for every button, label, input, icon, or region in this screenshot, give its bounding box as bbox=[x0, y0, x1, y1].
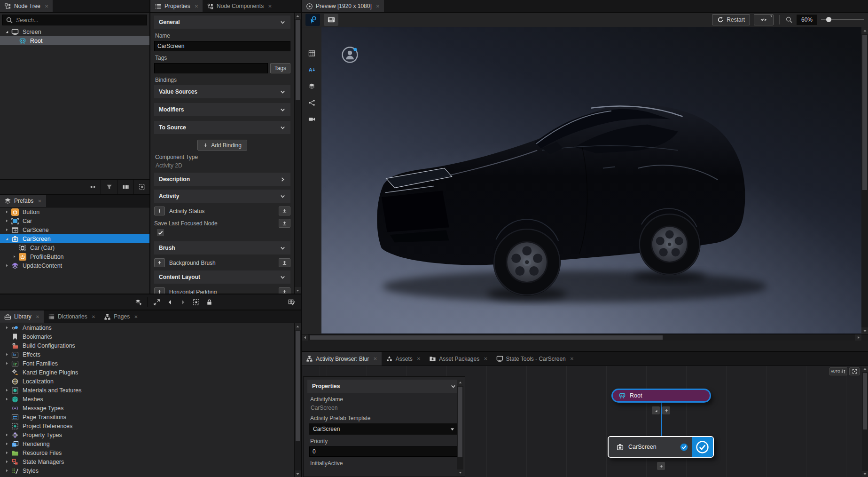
close-icon[interactable]: ✕ bbox=[36, 314, 39, 319]
node-tree-tab-node-tree[interactable]: Node Tree✕ bbox=[0, 0, 53, 12]
scroll-up-icon[interactable] bbox=[457, 379, 464, 387]
search-input[interactable] bbox=[16, 17, 144, 24]
zoom-level[interactable]: 60% bbox=[797, 15, 817, 25]
visibility-filter-icon[interactable] bbox=[87, 182, 98, 191]
close-icon[interactable]: ✕ bbox=[195, 4, 198, 9]
activity-properties-header[interactable]: Properties bbox=[307, 380, 461, 393]
expander-closed-icon[interactable] bbox=[3, 208, 10, 216]
graph-scrollbar[interactable] bbox=[862, 366, 868, 477]
preview-visibility-button[interactable] bbox=[754, 14, 774, 25]
library-item-message-types[interactable]: Message Types bbox=[0, 404, 301, 413]
library-item-materials-and-textures[interactable]: Materials and Textures bbox=[0, 386, 301, 395]
bottom-tab-activity-browser-blur[interactable]: Activity Browser: Blur✕ bbox=[302, 352, 382, 366]
section-general[interactable]: General bbox=[154, 16, 290, 29]
properties-scrollbar[interactable] bbox=[294, 13, 301, 294]
horizontal-padding-push-button[interactable] bbox=[279, 287, 290, 294]
isolate-icon[interactable] bbox=[136, 182, 148, 191]
preview-vertical-scrollbar[interactable] bbox=[861, 27, 868, 334]
prefab-item-updatecontent[interactable]: UpdateContent bbox=[0, 261, 149, 270]
search-box[interactable] bbox=[2, 15, 147, 25]
expander-closed-icon[interactable] bbox=[3, 351, 10, 358]
graph-node-carscreen[interactable]: CarScreen bbox=[608, 436, 714, 458]
prefab-item-car[interactable]: Car bbox=[0, 216, 149, 225]
library-item-rendering[interactable]: Rendering bbox=[0, 439, 301, 448]
zoom-slider[interactable] bbox=[821, 16, 864, 24]
expander-closed-icon[interactable] bbox=[3, 431, 10, 439]
activate-toggle[interactable] bbox=[692, 437, 713, 457]
scroll-down-icon[interactable] bbox=[861, 327, 868, 334]
binding-section-to-source[interactable]: To Source bbox=[154, 121, 290, 134]
expander-closed-icon[interactable] bbox=[3, 387, 10, 394]
expander-closed-icon[interactable] bbox=[3, 360, 10, 367]
resize-icon[interactable] bbox=[151, 297, 162, 307]
section-description[interactable]: Description bbox=[154, 173, 290, 186]
expander-open-icon[interactable] bbox=[3, 28, 10, 36]
expander-closed-icon[interactable] bbox=[3, 262, 10, 270]
expander-closed-icon[interactable] bbox=[3, 324, 10, 332]
grid-tool-icon[interactable] bbox=[305, 48, 318, 58]
auto-layout-button[interactable]: AUTO bbox=[829, 367, 847, 375]
tags-button[interactable]: Tags bbox=[270, 63, 290, 73]
expander-closed-icon[interactable] bbox=[3, 458, 10, 466]
add-state-icon[interactable] bbox=[133, 297, 144, 307]
library-item-font-families[interactable]: TrFont Families bbox=[0, 359, 301, 368]
properties-tab-properties[interactable]: Properties✕ bbox=[150, 0, 203, 12]
prefab-item-button[interactable]: Button bbox=[0, 207, 149, 216]
scroll-left-icon[interactable] bbox=[302, 334, 309, 342]
bottom-tab-assets[interactable]: Assets✕ bbox=[382, 352, 425, 366]
close-icon[interactable]: ✕ bbox=[376, 4, 380, 9]
priority-input[interactable] bbox=[309, 446, 459, 457]
expander-closed-icon[interactable] bbox=[3, 226, 10, 234]
binding-section-value-sources[interactable]: Value Sources bbox=[154, 85, 290, 98]
library-scrollbar[interactable] bbox=[294, 323, 301, 477]
background-brush-push-button[interactable] bbox=[279, 258, 290, 267]
add-binding-button[interactable]: Add Binding bbox=[197, 140, 247, 151]
snap-frame-icon[interactable] bbox=[190, 297, 202, 307]
library-tab-library[interactable]: Library✕ bbox=[0, 310, 44, 323]
add-background-brush-button[interactable] bbox=[154, 258, 165, 267]
library-item-effects[interactable]: fxEffects bbox=[0, 350, 301, 359]
add-child-activity-button[interactable] bbox=[657, 462, 665, 470]
library-tab-dictionaries[interactable]: Dictionaries✕ bbox=[44, 310, 100, 323]
binding-section-modifiers[interactable]: Modifiers bbox=[154, 103, 290, 116]
tags-input[interactable] bbox=[154, 63, 268, 73]
expander-closed-icon[interactable] bbox=[3, 440, 10, 448]
library-item-state-managers[interactable]: State Managers bbox=[0, 457, 301, 466]
close-icon[interactable]: ✕ bbox=[570, 356, 574, 361]
library-item-animations[interactable]: Animations bbox=[0, 323, 301, 332]
library-item-page-transitions[interactable]: Page Transitions bbox=[0, 413, 301, 421]
close-icon[interactable]: ✕ bbox=[417, 356, 421, 361]
bottom-tab-asset-packages[interactable]: Asset Packages✕ bbox=[425, 352, 492, 366]
expander-open-icon[interactable] bbox=[3, 235, 10, 243]
scroll-down-icon[interactable] bbox=[457, 469, 464, 477]
close-icon[interactable]: ✕ bbox=[268, 4, 272, 9]
close-icon[interactable]: ✕ bbox=[134, 314, 138, 319]
scroll-up-icon[interactable] bbox=[861, 366, 868, 373]
close-icon[interactable]: ✕ bbox=[45, 4, 48, 9]
prefab-item-car-car[interactable]: Car (Car) bbox=[0, 243, 149, 252]
fit-view-button[interactable] bbox=[849, 367, 860, 375]
close-icon[interactable]: ✕ bbox=[484, 356, 487, 361]
scroll-up-icon[interactable] bbox=[294, 12, 301, 20]
scroll-up-icon[interactable] bbox=[861, 27, 868, 34]
expander-closed-icon[interactable] bbox=[3, 217, 10, 225]
lock-icon[interactable] bbox=[203, 297, 215, 307]
name-input[interactable] bbox=[154, 41, 290, 51]
click-mode-button[interactable] bbox=[305, 14, 320, 26]
preview-tab-preview-1920-x-1080[interactable]: Preview [1920 x 1080]✕ bbox=[302, 0, 384, 12]
prefab-item-carscene[interactable]: CarScene bbox=[0, 225, 149, 234]
text-tool-icon[interactable]: A bbox=[305, 64, 318, 75]
expander-closed-icon[interactable] bbox=[3, 396, 10, 403]
save-last-focused-checkbox[interactable] bbox=[156, 229, 164, 237]
library-item-build-configurations[interactable]: Build Configurations bbox=[0, 341, 301, 350]
prefab-item-profilebutton[interactable]: ProfileButton bbox=[0, 252, 149, 261]
close-icon[interactable]: ✕ bbox=[373, 356, 377, 361]
activity-properties-scrollbar[interactable] bbox=[457, 380, 463, 476]
node-tree-item-root[interactable]: Root bbox=[0, 36, 149, 45]
keyboard-button[interactable] bbox=[324, 14, 338, 26]
prefabs-tab-prefabs[interactable]: Prefabs✕ bbox=[0, 195, 46, 207]
expander-closed-icon[interactable] bbox=[3, 449, 10, 457]
section-content-layout[interactable]: Content Layout bbox=[154, 270, 290, 284]
library-item-styles[interactable]: Styles bbox=[0, 466, 301, 475]
scroll-down-icon[interactable] bbox=[294, 286, 301, 294]
